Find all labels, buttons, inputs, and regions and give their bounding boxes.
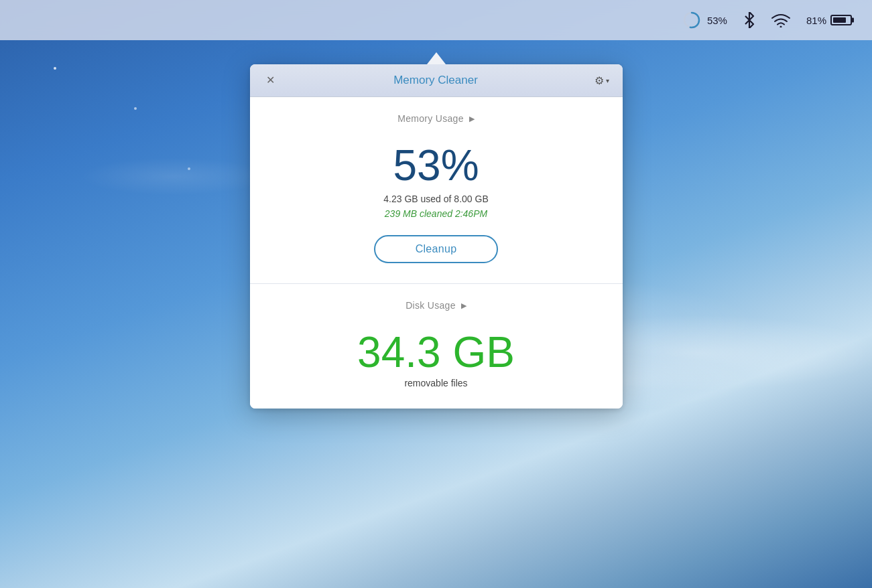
popup-panel: ✕ Memory Cleaner ⚙ ▾ Memory Usage ▶ 53% … xyxy=(250,64,623,409)
wifi-indicator[interactable] xyxy=(771,13,790,27)
memory-indicator[interactable]: 53% xyxy=(682,10,727,30)
disk-usage-label: Disk Usage xyxy=(406,300,456,311)
disk-size-large: 34.3 GB xyxy=(270,331,603,374)
battery-fill xyxy=(833,17,846,23)
battery-icon xyxy=(830,15,852,25)
disk-section-header[interactable]: Disk Usage ▶ xyxy=(270,300,603,311)
battery-indicator[interactable]: 81% xyxy=(806,15,852,26)
circle-progress-icon xyxy=(682,10,702,30)
battery-percent-text: 81% xyxy=(806,15,826,26)
memory-percent-large: 53% xyxy=(270,144,603,187)
cleanup-button[interactable]: Cleanup xyxy=(374,235,499,263)
svg-point-2 xyxy=(780,26,782,28)
close-button[interactable]: ✕ xyxy=(263,74,277,87)
memory-cleaned-text: 239 MB cleaned 2:46PM xyxy=(270,208,603,219)
stars-overlay xyxy=(54,67,56,70)
popup-title: Memory Cleaner xyxy=(277,74,595,87)
memory-section: Memory Usage ▶ 53% 4.23 GB used of 8.00 … xyxy=(250,97,623,284)
memory-section-header[interactable]: Memory Usage ▶ xyxy=(270,113,603,124)
disk-expand-arrow: ▶ xyxy=(461,301,466,310)
menu-bar: 53% 81% xyxy=(0,0,872,40)
disk-section: Disk Usage ▶ 34.3 GB removable files xyxy=(250,284,623,409)
chevron-down-icon: ▾ xyxy=(606,77,609,84)
popup-arrow xyxy=(427,52,446,64)
settings-button[interactable]: ⚙ ▾ xyxy=(595,74,609,87)
wifi-icon xyxy=(771,13,790,27)
popup-header: ✕ Memory Cleaner ⚙ ▾ xyxy=(250,64,623,97)
popup-wrapper: ✕ Memory Cleaner ⚙ ▾ Memory Usage ▶ 53% … xyxy=(250,52,623,409)
memory-percent-menubar: 53% xyxy=(707,15,727,26)
bluetooth-indicator[interactable] xyxy=(743,12,755,28)
bluetooth-icon xyxy=(743,12,755,28)
memory-used-text: 4.23 GB used of 8.00 GB xyxy=(270,194,603,204)
memory-usage-label: Memory Usage xyxy=(397,113,464,124)
disk-label-text: removable files xyxy=(270,378,603,388)
gear-icon: ⚙ xyxy=(595,74,604,87)
memory-expand-arrow: ▶ xyxy=(469,115,475,123)
